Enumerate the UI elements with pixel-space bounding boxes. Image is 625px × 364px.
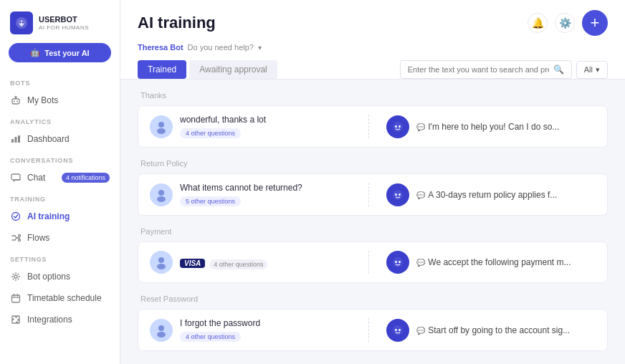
svg-point-16 — [158, 122, 164, 128]
bot-name: Theresa Bot — [138, 43, 183, 52]
svg-point-27 — [157, 264, 166, 269]
category-reset-password: Reset Password I forgot the password 4 o… — [138, 294, 608, 351]
svg-point-29 — [395, 261, 397, 263]
sidebar-item-integrations[interactable]: Integrations — [0, 309, 120, 330]
tag-payment-more: 4 other questions — [209, 259, 267, 269]
my-bots-label: My Bots — [27, 95, 58, 105]
tab-trained[interactable]: Trained — [138, 60, 186, 79]
category-return-policy: Return Policy What items cannot be retur… — [138, 159, 608, 216]
question-reset: I forgot the password — [180, 318, 360, 328]
integrations-label: Integrations — [27, 315, 72, 325]
category-payment-label: Payment — [138, 227, 608, 236]
sidebar-item-dashboard[interactable]: Dashboard — [0, 128, 120, 150]
svg-point-23 — [393, 190, 403, 200]
subtitle-arrow[interactable]: ▾ — [258, 44, 262, 52]
avatar-bot-payment — [386, 251, 409, 274]
bot-options-label: Bot options — [27, 272, 70, 282]
notification-icon[interactable]: 🔔 — [528, 13, 548, 33]
flows-icon — [10, 232, 22, 244]
sidebar-item-flows[interactable]: Flows — [0, 227, 120, 249]
sidebar: USERBOT AI FOR HUMANS 🤖 Test your AI BOT… — [0, 0, 120, 364]
flows-label: Flows — [27, 233, 49, 243]
svg-point-5 — [16, 101, 18, 102]
svg-rect-7 — [11, 139, 14, 143]
robot-icon: 🤖 — [30, 48, 40, 57]
qa-card-thanks: wonderful, thanks a lot 4 other question… — [138, 105, 608, 148]
svg-point-18 — [393, 122, 403, 132]
ai-training-label: AI training — [27, 211, 70, 221]
sidebar-item-my-bots[interactable]: My Bots — [0, 90, 120, 111]
answer-reset: 💬 Start off by going to the account sig.… — [416, 325, 596, 335]
settings-icon[interactable]: ⚙️ — [555, 13, 575, 33]
svg-point-28 — [393, 257, 403, 267]
logo-name: USERBOT — [39, 15, 89, 24]
main-content: AI training 🔔 ⚙️ + Theresa Bot Do you ne… — [120, 0, 625, 364]
svg-point-24 — [395, 193, 397, 196]
avatar-bot-thanks — [386, 115, 409, 138]
tag-return: 5 other questions — [180, 196, 241, 206]
filter-button[interactable]: All ▾ — [576, 61, 608, 79]
tab-awaiting[interactable]: Awaiting approval — [189, 60, 277, 79]
question-thanks: wonderful, thanks a lot — [180, 115, 360, 125]
chat-icon — [10, 172, 22, 183]
ai-training-icon — [10, 211, 22, 222]
tag-reset: 4 other questions — [180, 332, 241, 342]
svg-rect-9 — [18, 135, 20, 143]
svg-point-33 — [393, 325, 403, 335]
avatar-bot-return — [386, 183, 409, 206]
header-subtitle: Do you need help? — [188, 43, 254, 52]
svg-point-12 — [19, 235, 21, 237]
section-bots: BOTS — [0, 72, 120, 90]
answer-return: 💬 A 30-days return policy applies f... — [416, 190, 596, 200]
avatar-bot-reset — [386, 319, 409, 342]
content-area: Thanks wonderful, thanks a lot 4 other q… — [120, 80, 625, 364]
dashboard-label: Dashboard — [27, 134, 70, 144]
avatar-user-thanks — [150, 115, 173, 138]
svg-point-2 — [22, 21, 24, 24]
svg-rect-8 — [15, 137, 17, 143]
svg-point-26 — [158, 257, 164, 263]
section-analytics: ANALYTICS — [0, 111, 120, 128]
category-payment: Payment VISA 4 other questions — [138, 227, 608, 283]
sidebar-item-bot-options[interactable]: Bot options — [0, 266, 120, 287]
add-button[interactable]: + — [582, 10, 608, 36]
svg-point-30 — [399, 261, 401, 263]
filter-label: All — [584, 65, 593, 74]
svg-point-20 — [399, 125, 401, 128]
logo: USERBOT AI FOR HUMANS — [0, 9, 120, 43]
section-settings: SETTINGS — [0, 249, 120, 266]
search-box: 🔍 — [400, 60, 572, 79]
svg-point-22 — [157, 196, 166, 202]
sidebar-item-chat[interactable]: Chat 4 notifications — [0, 167, 120, 188]
svg-point-34 — [395, 329, 397, 331]
question-return: What items cannot be returned? — [180, 183, 360, 193]
test-ai-button[interactable]: 🤖 Test your AI — [9, 43, 111, 62]
logo-icon — [10, 11, 33, 34]
bot-icon — [10, 95, 22, 106]
svg-rect-3 — [12, 99, 19, 104]
search-input[interactable] — [408, 65, 549, 74]
svg-point-6 — [15, 97, 16, 98]
section-conversations: CONVERSATIONS — [0, 150, 120, 167]
qa-card-return: What items cannot be returned? 5 other q… — [138, 173, 608, 216]
svg-point-32 — [157, 332, 166, 337]
sidebar-item-ai-training[interactable]: AI training — [0, 206, 120, 227]
svg-point-21 — [158, 190, 164, 196]
tag-visa: VISA — [180, 259, 205, 268]
svg-point-19 — [395, 125, 397, 128]
avatar-user-payment — [150, 251, 173, 274]
tabs: Trained Awaiting approval — [138, 60, 277, 79]
sidebar-item-timetable[interactable]: Timetable schedule — [0, 287, 120, 309]
svg-point-4 — [14, 101, 15, 102]
page-title: AI training — [138, 14, 216, 32]
svg-point-17 — [157, 128, 166, 134]
svg-point-35 — [399, 329, 401, 331]
svg-rect-10 — [11, 174, 20, 180]
svg-point-14 — [14, 275, 17, 278]
dashboard-icon — [10, 133, 22, 145]
svg-point-31 — [158, 325, 164, 331]
puzzle-icon — [10, 314, 22, 325]
avatar-user-return — [150, 183, 173, 206]
qa-card-reset: I forgot the password 4 other questions … — [138, 309, 608, 351]
svg-rect-15 — [12, 295, 20, 302]
